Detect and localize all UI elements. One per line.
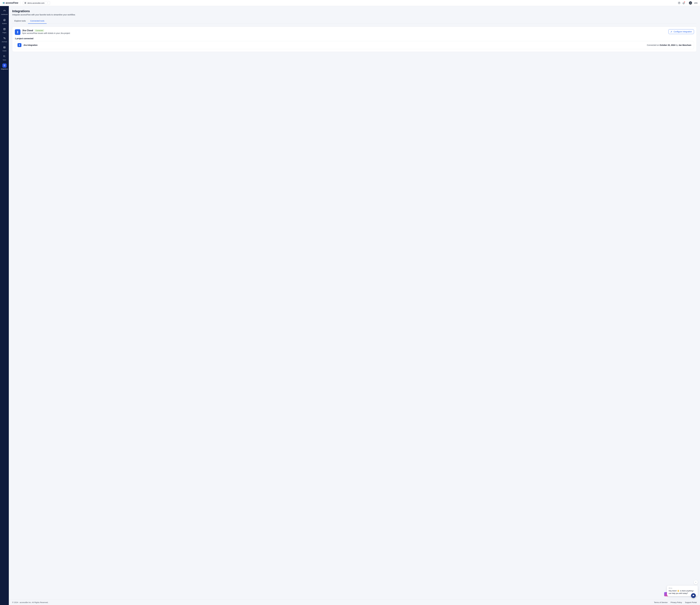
help-icon [678,2,680,4]
project-count: 1 project connected [15,38,694,40]
project-meta: Connected on October 20, 2024 by Jan Mee… [647,44,691,46]
sidebar-item-label: Tasks [3,59,6,60]
svg-rect-5 [4,28,5,30]
domain-picker[interactable]: demo.accessibe.com [23,1,50,5]
topbar-right: Jm JAN [678,1,698,4]
pencil-icon [671,31,672,33]
sidebar-item-label: Dashboard [1,14,7,15]
jira-icon [16,30,19,33]
topbar: accessFlow demo.accessibe.com Jm JAN [0,0,700,6]
page-title: Integrations [12,9,697,13]
chevron-down-icon [47,2,48,4]
footer-link-terms[interactable]: Terms of Service [654,601,668,603]
svg-point-6 [4,38,4,38]
integration-title: Jira Cloud [22,29,33,32]
sidebar-item-assets[interactable]: Assets [1,44,8,52]
main-content: Integrations Integrate accessFlow with y… [9,6,700,605]
configure-label: Configure Integration [674,30,692,33]
tab-connected-tools[interactable]: Connected tools [28,18,47,24]
content-scroll: Integrations Integrate accessFlow with y… [9,6,700,600]
close-icon [695,581,697,583]
tab-explore-tools[interactable]: Explore tools [12,18,28,24]
integration-header-left: Jira Cloud Connected Sync accessFlow iss… [15,29,70,35]
target-icon [24,2,26,4]
jira-icon [18,44,21,46]
route-icon [3,37,6,40]
svg-rect-10 [4,55,4,56]
integration-description: Sync accessFlow issues with tickets in y… [22,32,70,34]
integration-header: Jira Cloud Connected Sync accessFlow iss… [15,29,694,35]
page-subtitle: Integrate accessFlow with your favorite … [12,14,697,16]
sidebar-item-integrations[interactable]: Integrations [1,63,8,71]
integration-card: Jira Cloud Connected Sync accessFlow iss… [12,27,697,52]
main-layout: Dashboard Explore Pages Journeys Assets … [0,6,700,605]
user-avatar[interactable]: Jm [689,1,692,4]
sidebar-item-pages[interactable]: Pages [1,26,8,34]
image-icon [3,46,6,49]
project-name: Jira Integration [23,44,38,46]
sidebar-item-label: Assets [2,50,6,51]
brand-logo[interactable]: accessFlow [2,2,18,4]
configure-integration-button[interactable]: Configure Integration [668,29,694,34]
chat-launcher-button[interactable] [691,593,696,598]
project-meta-prefix: Connected on [647,44,659,46]
tabs: Explore tools Connected tools [12,18,697,24]
sidebar: Dashboard Explore Pages Journeys Assets … [0,6,9,605]
notification-dot-icon [684,1,685,2]
svg-point-1 [25,3,26,3]
sidebar-item-label: Integrations [1,68,8,70]
footer-link-support[interactable]: Support Portal [685,601,697,603]
project-meta-date: October 20, 2024 [660,44,675,46]
compass-icon [3,19,6,21]
footer-copyright: © 2024 - accessiBe Inc. All Rights Reser… [12,601,48,603]
layout-icon [3,28,6,30]
chat-close-button[interactable] [694,580,698,584]
svg-point-7 [5,39,5,39]
project-left: Jira Integration [18,43,38,47]
sidebar-item-explore[interactable]: Explore [1,17,8,25]
footer-link-privacy[interactable]: Privacy Policy [671,601,682,603]
sidebar-item-dashboard[interactable]: Dashboard [1,8,8,16]
integration-text: Jira Cloud Connected Sync accessFlow iss… [22,29,70,34]
sidebar-item-tasks[interactable]: Tasks [1,53,8,62]
chat-agent-name: Anna [669,587,696,589]
chat-icon [692,595,695,597]
domain-picker-value: demo.accessibe.com [27,2,45,4]
project-meta-by: by [675,44,679,46]
gauge-icon [3,10,6,12]
help-button[interactable] [678,2,680,4]
svg-point-0 [25,2,26,4]
tasks-icon [3,55,6,58]
brand-mark-icon [2,2,5,4]
plug-icon [3,64,6,67]
footer-links: Terms of Service Privacy Policy Support … [654,601,697,603]
project-logo [18,43,21,47]
project-meta-author: Jan Meecham [678,44,691,46]
sidebar-item-journeys[interactable]: Journeys [1,35,8,43]
topbar-left: accessFlow demo.accessibe.com [2,1,50,5]
brand-name: accessFlow [6,2,18,4]
footer: © 2024 - accessiBe Inc. All Rights Reser… [9,600,700,605]
integration-title-row: Jira Cloud Connected [22,29,70,32]
sidebar-item-label: Pages [2,32,6,33]
status-badge: Connected [34,29,44,32]
project-row: Jira Integration Connected on October 20… [15,41,694,49]
notifications-button[interactable] [682,2,685,4]
sidebar-item-label: Journeys [2,41,7,43]
svg-rect-8 [4,47,5,48]
jira-logo [15,29,21,35]
svg-point-4 [3,19,5,21]
user-name-label: JAN [694,2,698,4]
sidebar-item-label: Explore [2,23,6,24]
